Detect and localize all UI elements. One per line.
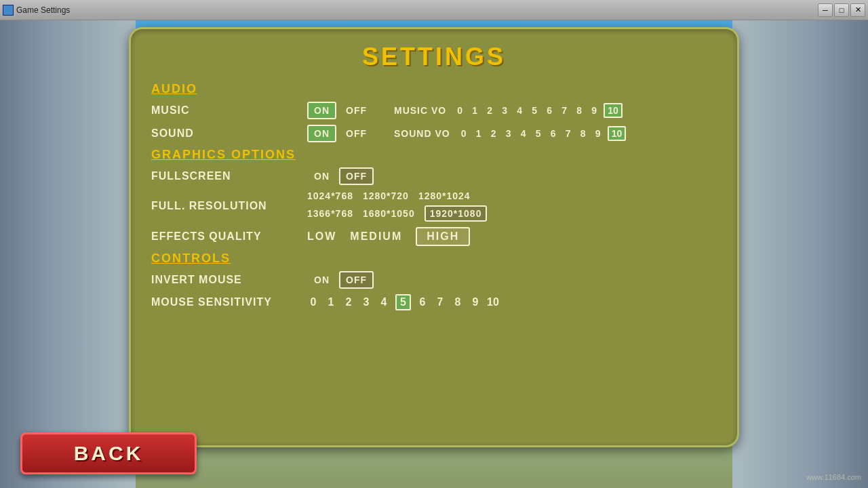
invert-mouse-label: INVERT MOUSE (151, 274, 300, 286)
sound-vol-1[interactable]: 1 (473, 128, 484, 139)
sens-10[interactable]: 10 (487, 296, 499, 308)
minimize-button[interactable]: ─ (818, 3, 833, 17)
sound-volume-group: SOUND VO 012345678910 (394, 126, 626, 141)
sound-vol-8[interactable]: 8 (578, 128, 589, 139)
invert-mouse-toggle: ON OFF (307, 271, 374, 289)
sound-vol-6[interactable]: 6 (548, 128, 559, 139)
music-vol-1[interactable]: 1 (469, 105, 480, 116)
sens-8[interactable]: 8 (452, 296, 464, 308)
graphics-section-header: GRAPHICS OPTIONS (151, 148, 717, 162)
music-off-button[interactable]: OFF (339, 102, 374, 119)
music-vol-3[interactable]: 3 (499, 105, 510, 116)
res-1280x1024[interactable]: 1280*1024 (418, 190, 471, 201)
sound-on-button[interactable]: ON (307, 125, 336, 142)
settings-title: SETTINGS (151, 43, 717, 71)
music-vol-9[interactable]: 9 (589, 105, 599, 116)
fullscreen-label: FULLSCREEN (151, 170, 300, 182)
quality-options: LOW MEDIUM HIGH (307, 227, 470, 246)
watermark: www.11684.com (806, 473, 861, 481)
sound-vol-0[interactable]: 0 (458, 128, 469, 139)
music-vol-7[interactable]: 7 (559, 105, 570, 116)
res-row-2: 1366*768 1680*1050 1920*1080 (307, 205, 487, 222)
sens-9[interactable]: 9 (469, 296, 481, 308)
back-button[interactable]: BACK (20, 432, 197, 474)
audio-section-header: AUDIO (151, 82, 717, 96)
window-title-area: Game Settings (3, 5, 70, 16)
sens-4[interactable]: 4 (378, 296, 390, 308)
sens-3[interactable]: 3 (360, 296, 372, 308)
music-vol-8[interactable]: 8 (574, 105, 585, 116)
sensitivity-options: 0 1 2 3 4 5 6 7 8 9 10 (307, 294, 499, 310)
quality-high[interactable]: HIGH (416, 227, 470, 246)
resolution-options: 1024*768 868*488 1280*1024 1366*768 168… (307, 190, 487, 222)
settings-panel: SETTINGS AUDIO MUSIC ON OFF MUSIC VO 012… (129, 27, 739, 447)
music-vol-4[interactable]: 4 (514, 105, 525, 116)
maximize-button[interactable]: □ (834, 3, 849, 17)
resolution-row: FULL. RESOLUTION 1024*768 868*488 1280*… (151, 190, 717, 222)
sound-vo-label: SOUND VO (394, 128, 450, 139)
music-vol-0[interactable]: 0 (454, 105, 465, 116)
res-1024x768[interactable]: 1024*768 (307, 190, 353, 201)
sound-toggle: ON OFF (307, 125, 374, 142)
music-volume-group: MUSIC VO 012345678910 (394, 103, 623, 118)
res-1920x1080[interactable]: 1920*1080 (425, 205, 488, 222)
fullscreen-toggle: ON OFF (307, 167, 374, 185)
left-wall (0, 20, 136, 488)
fullscreen-on-button[interactable]: ON (307, 167, 336, 185)
music-label: MUSIC (151, 104, 300, 117)
sens-2[interactable]: 2 (342, 296, 355, 308)
back-button-label: BACK (74, 442, 144, 465)
sound-row: SOUND ON OFF SOUND VO 012345678910 (151, 125, 717, 142)
music-vol-10[interactable]: 10 (604, 103, 623, 118)
fullscreen-off-button[interactable]: OFF (339, 167, 374, 185)
sound-vol-3[interactable]: 3 (503, 128, 514, 139)
controls-section-header: CONTROLS (151, 251, 717, 266)
sound-vol-9[interactable]: 9 (593, 128, 604, 139)
sound-vol-4[interactable]: 4 (518, 128, 529, 139)
invert-mouse-on-button[interactable]: ON (307, 271, 336, 289)
sound-label: SOUND (151, 127, 300, 140)
music-vol-5[interactable]: 5 (529, 105, 540, 116)
resolution-label: FULL. RESOLUTION (151, 200, 300, 212)
music-row: MUSIC ON OFF MUSIC VO 012345678910 (151, 102, 717, 119)
sens-7[interactable]: 7 (434, 296, 446, 308)
sens-1[interactable]: 1 (325, 296, 337, 308)
window-controls[interactable]: ─ □ ✕ (818, 3, 865, 17)
res-1366x768[interactable]: 1366*768 (307, 208, 353, 219)
right-wall (732, 20, 868, 488)
quality-medium[interactable]: MEDIUM (350, 230, 402, 243)
sens-0[interactable]: 0 (307, 296, 319, 308)
window-title: Game Settings (16, 5, 70, 15)
invert-mouse-row: INVERT MOUSE ON OFF (151, 271, 717, 289)
res-868x488[interactable]: 868*488 (363, 190, 409, 201)
sens-6[interactable]: 6 (416, 296, 429, 308)
music-vol-2[interactable]: 2 (484, 105, 495, 116)
effects-label: EFFECTS QUALITY (151, 230, 300, 243)
res-row-1: 1024*768 868*488 1280*1024 (307, 190, 487, 201)
quality-low[interactable]: LOW (307, 230, 336, 243)
window-chrome: Game Settings ─ □ ✕ (0, 0, 868, 20)
effects-quality-row: EFFECTS QUALITY LOW MEDIUM HIGH (151, 227, 717, 246)
sound-vol-7[interactable]: 7 (563, 128, 574, 139)
sound-vol-5[interactable]: 5 (533, 128, 544, 139)
close-button[interactable]: ✕ (850, 3, 865, 17)
sound-vol-10[interactable]: 10 (608, 126, 627, 141)
sound-vol-2[interactable]: 2 (488, 128, 499, 139)
mouse-sensitivity-label: MOUSE SENSITIVITY (151, 296, 300, 308)
invert-mouse-off-button[interactable]: OFF (339, 271, 374, 289)
sound-off-button[interactable]: OFF (339, 125, 374, 142)
mouse-sensitivity-row: MOUSE SENSITIVITY 0 1 2 3 4 5 6 7 8 9 10 (151, 294, 717, 310)
music-toggle: ON OFF (307, 102, 374, 119)
fullscreen-row: FULLSCREEN ON OFF (151, 167, 717, 185)
music-vo-label: MUSIC VO (394, 105, 446, 116)
res-1680x1050[interactable]: 1680*1050 (363, 208, 415, 219)
app-icon (3, 5, 14, 16)
sens-5[interactable]: 5 (395, 294, 411, 310)
music-vol-6[interactable]: 6 (544, 105, 555, 116)
music-on-button[interactable]: ON (307, 102, 336, 119)
